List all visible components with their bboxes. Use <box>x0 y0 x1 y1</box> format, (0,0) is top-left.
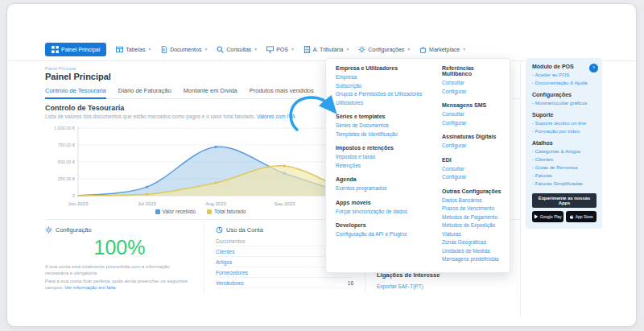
menu-item-consultar[interactable]: Consultar <box>442 110 502 119</box>
menu-group-title: Agenda <box>336 176 432 182</box>
sidebar-group-title: Suporte <box>532 112 597 118</box>
grid-icon <box>52 46 59 53</box>
legend-item: Valor recebido <box>155 209 196 214</box>
svg-text:750,00 €: 750,00 € <box>58 143 75 147</box>
sidebar-collapse-button[interactable]: › <box>589 64 598 72</box>
gear-icon <box>45 226 52 234</box>
svg-text:Sep 2023: Sep 2023 <box>275 201 295 206</box>
store-icon <box>419 46 427 53</box>
sidebar-item-aceder-ao-pos[interactable]: Aceder ao POS <box>532 71 597 79</box>
sidebar-group-title: Módulo de POS <box>532 64 597 69</box>
sidebar-item-mostrar-ocultar-graficos[interactable]: Mostrar/ocultar gráficos <box>532 99 597 107</box>
breadcrumb[interactable]: Painel Principal <box>45 66 76 71</box>
menu-group-mensagens-sms: Mensagens SMSConsultarConfigurar <box>442 102 502 127</box>
menu-item-mensagens-predefinidas[interactable]: Mensagens predefinidas <box>442 255 502 264</box>
legend-label: Total faturado <box>214 209 246 214</box>
usage-row-label[interactable]: Fornecedores <box>216 270 248 275</box>
nav-item-marketplace[interactable]: Marketplace▾ <box>419 46 465 53</box>
menu-item-subscricao[interactable]: Subscrição <box>336 82 432 91</box>
configuration-header: Configuração <box>45 226 194 234</box>
apps-promo-title: Experimente as nossas Apps <box>532 193 597 208</box>
nav-item-label: Configurações <box>368 47 404 52</box>
sidebar-item-faturas-simplificadas[interactable]: Faturas Simplificadas <box>532 180 597 188</box>
sidebar-divider <box>520 60 521 318</box>
usage-row-label[interactable]: Clientes <box>216 249 234 254</box>
nav-item-consultas[interactable]: Consultas▾ <box>217 46 257 53</box>
app-store-label: App Store <box>576 214 593 219</box>
menu-item-consultar[interactable]: Consultar <box>442 79 502 88</box>
chevron-down-icon: ▾ <box>254 47 257 52</box>
menu-item-utilizadores[interactable]: Utilizadores <box>336 99 432 108</box>
menu-item-metodos-de-expedicao[interactable]: Métodos de Expedição <box>442 221 502 230</box>
nav-item-pos[interactable]: POS▾ <box>266 46 294 53</box>
tab-diario-de-faturacao[interactable]: Diário de Faturação <box>118 87 171 98</box>
nav-item-painel-principal[interactable]: Painel Principal <box>45 43 106 56</box>
treasury-chart: 0250,00 €500,00 €750,00 €1.000,00 €Jun 2… <box>39 123 361 209</box>
sidebar-item-suporte-tecnico-on-line[interactable]: Suporte técnico on-line <box>532 119 597 127</box>
menu-item-unidades-de-medida[interactable]: Unidades de Medida <box>442 247 502 256</box>
menu-item-dados-bancarios[interactable]: Dados Bancários <box>442 197 502 205</box>
legend-item: Total faturado <box>207 209 246 214</box>
completion-text: A sua conta está totalmente preenchida c… <box>45 263 194 276</box>
treasury-section-description: Lista de valores dos documentos que estã… <box>45 114 295 119</box>
menu-item-configuracao-da-api-e-plugins[interactable]: Configuração da API e Plugins <box>336 230 432 239</box>
nav-item-label: A. Tributária <box>313 47 344 52</box>
sidebar-item-faturas[interactable]: Faturas <box>532 172 597 180</box>
tab-produtos-mais-vendidos[interactable]: Produtos mais vendidos <box>250 87 314 98</box>
settings-menu-left: Empresa e UtilizadoresEmpresaSubscriçãoG… <box>336 65 432 264</box>
menu-group-referencias-multibanco: Referências MultibancoConsultarConfigura… <box>442 65 502 96</box>
sidebar-item-documentacao-ajuda[interactable]: Documentação & Ajuda <box>532 79 597 87</box>
menu-item-grupos-e-permissoes-de-utilizadores[interactable]: Grupos e Permissões de Utilizadores <box>336 90 432 99</box>
chevron-down-icon: ▾ <box>346 47 349 52</box>
menu-item-configurar[interactable]: Configurar <box>442 119 502 128</box>
sidebar-item-clientes[interactable]: Clientes <box>532 155 597 163</box>
nav-item-documentos[interactable]: Documentos▾ <box>160 46 207 53</box>
menu-item-metodos-de-pagamento[interactable]: Métodos de Pagamento <box>442 213 502 222</box>
svg-text:Jun 2023: Jun 2023 <box>68 201 89 206</box>
nav-item-label: POS <box>276 47 288 52</box>
sidebar-item-formacao-por-video[interactable]: Formação por vídeo <box>532 127 597 135</box>
nav-item-tabelas[interactable]: Tabelas▾ <box>116 46 151 53</box>
legend-swatch <box>207 209 212 214</box>
menu-item-zonas-geograficas[interactable]: Zonas Geográficas <box>442 238 502 247</box>
menu-item-impostos-e-taxas[interactable]: Impostos e taxas <box>336 153 432 162</box>
treasury-description-text: Lista de valores dos documentos que estã… <box>45 114 257 119</box>
nav-item-a-tributaria[interactable]: A. Tributária▾ <box>303 46 349 53</box>
menu-group-apps-moveis: Apps móveisForçar sincronização de dados <box>336 200 432 217</box>
usage-row-label[interactable]: Vendedores <box>216 280 244 286</box>
tab-controlo-de-tesouraria[interactable]: Controlo de Tesouraria <box>45 87 106 99</box>
nav-item-configuracoes[interactable]: Configurações▾ <box>358 46 410 53</box>
sidebar-item-categorias-artigos[interactable]: Categorias & Artigos <box>532 147 597 155</box>
tab-montante-em-divida[interactable]: Montante em Dívida <box>184 87 237 98</box>
completion-hint: Para a sua conta ficar perfeita, pode ai… <box>45 278 194 291</box>
menu-item-series-de-documentos[interactable]: Séries de Documentos <box>336 122 432 130</box>
missing-info-link[interactable]: Ver informação em falta <box>64 285 115 290</box>
menu-item-templates-de-identificacao[interactable]: Templates de Identificação <box>336 130 432 139</box>
gear-icon <box>358 46 365 53</box>
google-play-badge[interactable]: Google Play <box>532 211 564 222</box>
top-nav: Painel PrincipalTabelas▾Documentos▾Consu… <box>45 40 465 58</box>
monitor-icon <box>266 46 274 53</box>
menu-item-configurar[interactable]: Configurar <box>442 142 502 151</box>
menu-item-prazos-de-vencimento[interactable]: Prazos de Vencimento <box>442 205 502 213</box>
interest-link-exportar-saf-t-pt[interactable]: Exportar SAF-T(PT) <box>377 283 520 289</box>
menu-item-configurar[interactable]: Configurar <box>442 173 502 182</box>
menu-item-consultar[interactable]: Consultar <box>442 165 502 174</box>
menu-item-configurar[interactable]: Configurar <box>442 88 502 97</box>
usage-row-label[interactable]: Artigos <box>216 259 232 265</box>
menu-group-title: EDI <box>442 157 502 163</box>
table-icon <box>116 46 123 53</box>
vat-values-link[interactable]: Valores com IVA <box>257 114 295 119</box>
chart-legend: Valor recebidoTotal faturado <box>39 209 361 214</box>
menu-item-eventos-programados[interactable]: Eventos programados <box>336 184 432 193</box>
menu-item-viaturas[interactable]: Viaturas <box>442 230 502 239</box>
app-store-badge[interactable]: App Store <box>566 211 597 222</box>
menu-item-forcar-sincronizacao-de-dados[interactable]: Forçar sincronização de dados <box>336 208 432 217</box>
menu-item-retencoes[interactable]: Retenções <box>336 162 432 171</box>
svg-text:Jul 2023: Jul 2023 <box>138 201 156 206</box>
menu-group-title: Impostos e retenções <box>336 145 432 151</box>
menu-item-empresa[interactable]: Empresa <box>336 73 432 82</box>
apple-icon <box>569 214 574 219</box>
sidebar-item-guias-de-remessa[interactable]: Guias de Remessa <box>532 163 597 172</box>
document-icon <box>160 46 167 53</box>
